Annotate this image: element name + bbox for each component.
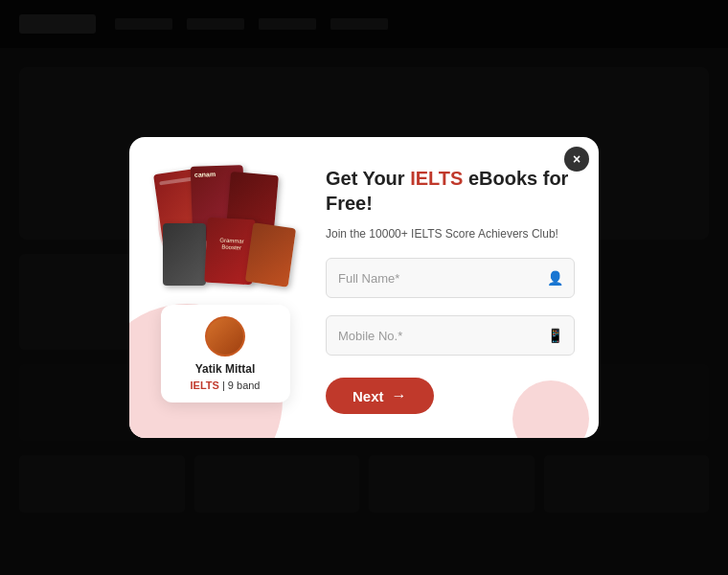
student-score: IELTS | 9 band (175, 380, 276, 391)
next-button[interactable]: Next → (326, 378, 434, 414)
score-ielts-label: IELTS (191, 380, 219, 391)
book-4 (163, 223, 206, 286)
modal-left-panel: Yatik Mittal IELTS | 9 band (129, 137, 316, 438)
mobile-input-group: 📱 (326, 315, 575, 356)
modal-subtitle: Join the 10000+ IELTS Score Achievers Cl… (326, 227, 575, 241)
title-highlight: IELTS (410, 168, 463, 189)
modal-overlay: × Yatik Mittal IELTS | (0, 0, 728, 575)
phone-icon: 📱 (547, 328, 563, 343)
book-6 (245, 222, 296, 288)
next-button-label: Next (353, 388, 384, 404)
student-name: Yatik Mittal (175, 362, 276, 376)
ielts-ebook-modal: × Yatik Mittal IELTS | (129, 137, 599, 438)
close-icon: × (573, 151, 580, 167)
title-part1: Get Your (326, 168, 410, 189)
arrow-icon: → (392, 387, 407, 404)
person-icon: 👤 (547, 270, 563, 286)
modal-title: Get Your IELTS eBooks for Free! (326, 166, 575, 216)
avatar (205, 316, 245, 356)
books-display (153, 166, 297, 290)
close-button[interactable]: × (564, 147, 589, 172)
mobile-input[interactable] (326, 315, 575, 356)
testimonial-card: Yatik Mittal IELTS | 9 band (161, 305, 290, 402)
modal-right-panel: Get Your IELTS eBooks for Free! Join the… (316, 137, 599, 438)
fullname-input-group: 👤 (326, 258, 575, 298)
score-band: 9 band (228, 380, 261, 391)
fullname-input[interactable] (326, 258, 575, 298)
